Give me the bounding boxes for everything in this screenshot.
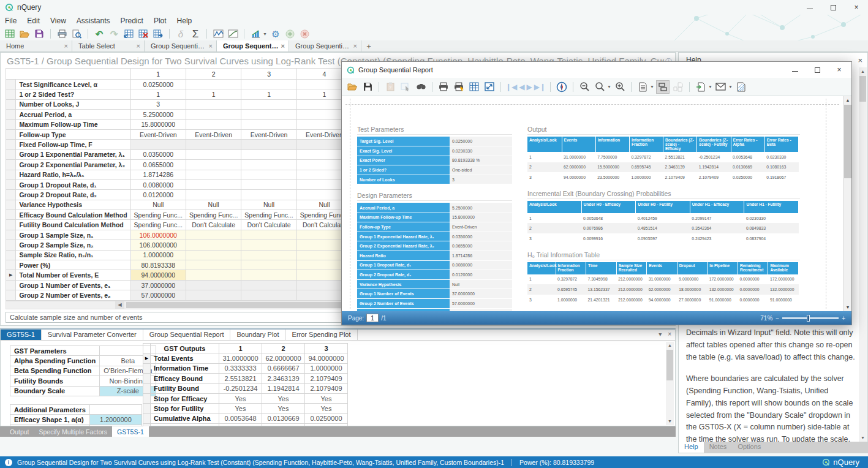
nav-first-page-icon[interactable]: ❙◀ (505, 83, 517, 91)
grid-cell[interactable]: 1 (241, 89, 296, 99)
fit-page-icon[interactable] (483, 80, 496, 94)
navigator-compass-icon[interactable] (555, 80, 568, 94)
grid-cell[interactable] (186, 80, 241, 89)
output-cell[interactable]: Yes (305, 404, 348, 413)
scroll-up-arrow[interactable]: ▲ (666, 342, 674, 349)
find-icon[interactable] (414, 80, 428, 94)
open-icon[interactable] (18, 28, 31, 39)
watermark-icon[interactable] (734, 80, 748, 94)
grid-column-header[interactable]: 3 (241, 69, 296, 80)
help-tab-help[interactable]: Help (679, 442, 704, 453)
output-cell[interactable]: 0.6666667 (262, 363, 305, 373)
output-cell[interactable]: 2.1079409 (305, 374, 348, 383)
grid-cell[interactable]: 15.8000000 (130, 119, 186, 129)
save-icon[interactable] (361, 80, 374, 94)
grid-cell[interactable] (186, 170, 241, 179)
add-icon dim[interactable] (284, 28, 296, 39)
grid-cell[interactable] (186, 119, 241, 129)
document-options-caret[interactable]: ▼ (650, 85, 654, 89)
grid-cell[interactable]: 1 (130, 89, 186, 99)
zoom-minus-button[interactable]: − (776, 315, 779, 322)
remove-icon[interactable] (299, 28, 311, 39)
redo-icon[interactable]: ↷ (108, 28, 120, 39)
delete-table-icon[interactable] (137, 28, 149, 39)
tab-group-sequential-test[interactable]: Group Sequential Test× (289, 40, 361, 51)
print-preview-icon[interactable] (70, 28, 83, 39)
grid-cell[interactable]: 3 (130, 99, 186, 109)
help-tab-notes[interactable]: Notes (704, 442, 733, 453)
nav-prev-page-icon[interactable]: ◀ (519, 83, 524, 91)
menu-plot[interactable]: Plot (154, 17, 167, 25)
grid-cell[interactable]: 0.0350000 (130, 149, 186, 159)
grid-cell[interactable] (186, 230, 241, 240)
grid-cell[interactable] (186, 270, 241, 280)
grid-cell[interactable] (186, 179, 241, 189)
panel-close-icon[interactable]: × (668, 331, 671, 338)
side-tab-gst5s-1[interactable]: GST5S-1 (1, 330, 42, 340)
output-cell[interactable]: 31.0000000 (219, 353, 262, 363)
grid-cell[interactable]: 0.0120000 (130, 190, 186, 200)
document-options-icon[interactable] (636, 80, 649, 94)
print-icon[interactable] (56, 28, 68, 39)
grid-cell[interactable]: Event-Driven (130, 129, 186, 139)
print-icon[interactable] (437, 80, 450, 94)
new-table-icon[interactable] (4, 28, 16, 39)
grid-cell[interactable]: 57.0000000 (130, 290, 186, 300)
output-cell[interactable]: 62.0000000 (262, 353, 305, 363)
nav-last-page-icon[interactable]: ▶❙ (534, 83, 546, 91)
export-icon[interactable] (694, 80, 708, 94)
curve-plot-icon[interactable] (227, 28, 239, 39)
scrollbar-thumb[interactable] (859, 76, 866, 102)
grid-cell[interactable]: Event-Driven (241, 129, 296, 139)
gst-parameters-table[interactable]: GST ParametersAlpha Spending FunctionBet… (10, 345, 156, 396)
output-cell[interactable]: 1.1942814 (262, 383, 305, 393)
grid-cell[interactable] (241, 190, 296, 200)
grid-column-header[interactable]: 2 (186, 69, 241, 80)
output-cell[interactable]: Yes (219, 404, 262, 413)
bottom-tab-specify-multiple-factors[interactable]: Specify Multiple Factors (34, 426, 112, 437)
output-cell[interactable]: -0.2501234 (219, 383, 262, 393)
grid-cell[interactable] (186, 149, 241, 159)
grid-cell[interactable] (186, 140, 241, 149)
transfer-table-icon[interactable] (152, 28, 164, 39)
zoom-slider-thumb[interactable] (807, 315, 810, 322)
scrollbar-thumb[interactable] (844, 105, 851, 178)
column-header[interactable]: 1 (219, 344, 262, 353)
report-title-bar[interactable]: Group Sequential Report × (342, 62, 851, 78)
export-dropdown-caret[interactable]: ▼ (708, 85, 712, 89)
scroll-left-arrow[interactable]: ◀ (115, 301, 124, 309)
nav-next-page-icon[interactable]: ▶ (527, 83, 532, 91)
side-tab-error-spending-plot[interactable]: Error Spending Plot (286, 330, 358, 340)
open-icon[interactable] (345, 80, 359, 94)
zoom-out-icon[interactable] (578, 80, 591, 94)
grid-cell[interactable]: 0.0250000 (130, 80, 186, 89)
column-header[interactable]: 3 (305, 344, 348, 353)
grid-cell[interactable] (186, 190, 241, 200)
grid-cell[interactable] (241, 179, 296, 189)
side-tab-boundary-plot[interactable]: Boundary Plot (230, 330, 285, 340)
scroll-up-arrow[interactable]: ▲ (859, 67, 867, 75)
grid-cell[interactable] (241, 140, 296, 149)
grid-cell[interactable] (241, 260, 296, 270)
tab-group-sequential-desi[interactable]: Group Sequential Desi× (145, 40, 217, 51)
delta-icon[interactable]: δ (175, 28, 187, 39)
email-dropdown-caret[interactable]: ▼ (728, 85, 733, 89)
quick-print-icon[interactable] (452, 80, 466, 94)
scroll-up-arrow[interactable]: ▲ (843, 96, 852, 104)
grid-cell[interactable] (241, 149, 296, 159)
line-plot-icon[interactable] (212, 28, 224, 39)
parameters-icon[interactable]: ? (383, 80, 397, 94)
grid-cell[interactable] (130, 140, 186, 149)
grid-cell[interactable]: 0.0080000 (130, 179, 186, 189)
grid-cell[interactable]: Spending Func... (186, 210, 241, 220)
grid-cell[interactable] (241, 250, 296, 260)
output-cell[interactable]: 0.0250000 (305, 413, 348, 423)
menu-edit[interactable]: Edit (27, 17, 40, 25)
grid-cell[interactable]: 94.0000000 (130, 270, 186, 280)
grid-cell[interactable]: Spending Func... (130, 220, 186, 230)
output-cell[interactable]: 0.0053648 (219, 413, 262, 423)
zoom-icon[interactable] (593, 80, 606, 94)
output-cell[interactable]: Yes (305, 393, 348, 403)
maximize-button[interactable] (821, 0, 845, 15)
grid-cell[interactable]: 37.0000000 (130, 280, 186, 290)
